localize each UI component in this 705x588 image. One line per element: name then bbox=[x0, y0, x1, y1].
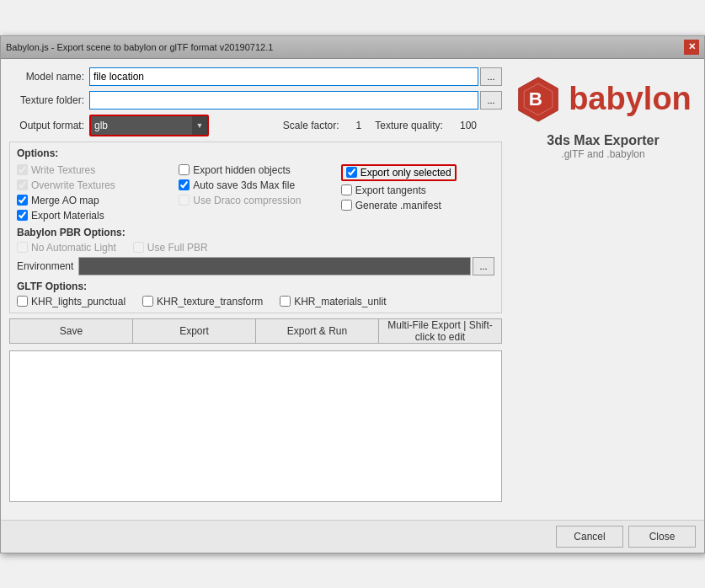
khr-materials-label: KHR_materials_unlit bbox=[294, 296, 386, 307]
auto-save-label: Auto save 3ds Max file bbox=[193, 179, 295, 191]
texture-folder-browse-button[interactable]: ... bbox=[480, 91, 502, 110]
export-hidden-label: Export hidden objects bbox=[193, 164, 290, 176]
merge-ao-label: Merge AO map bbox=[31, 195, 99, 206]
texture-folder-input[interactable] bbox=[89, 91, 478, 110]
no-auto-light-label: No Automatic Light bbox=[31, 242, 116, 254]
overwrite-textures-label: Overwrite Textures bbox=[31, 179, 115, 191]
main-content: Model name: ... Texture folder: ... Outp… bbox=[1, 59, 704, 520]
khr-texture-row: KHR_texture_transform bbox=[142, 296, 263, 307]
texture-quality-value: 100 bbox=[460, 120, 477, 131]
environment-browse-button[interactable]: ... bbox=[473, 257, 494, 275]
draco-label: Use Draco compression bbox=[193, 195, 301, 206]
auto-save-row: Auto save 3ds Max file bbox=[179, 179, 332, 191]
model-name-input[interactable] bbox=[89, 67, 478, 86]
use-full-pbr-row: Use Full PBR bbox=[133, 242, 208, 254]
babylon-pbr-section: Babylon PBR Options: No Automatic Light … bbox=[17, 227, 494, 254]
close-window-button[interactable]: ✕ bbox=[684, 40, 699, 55]
merge-ao-row: Merge AO map bbox=[17, 195, 170, 206]
export-hidden-row: Export hidden objects bbox=[179, 164, 332, 176]
svg-text:B: B bbox=[529, 88, 542, 110]
title-bar-text: Babylon.js - Export scene to babylon or … bbox=[6, 42, 273, 52]
right-panel: B babylon 3ds Max Exporter .glTF and .ba… bbox=[510, 67, 696, 511]
cancel-button[interactable]: Cancel bbox=[556, 526, 623, 548]
gltf-section: GLTF Options: KHR_lights_punctual KHR_te… bbox=[17, 281, 494, 307]
export-run-button[interactable]: Export & Run bbox=[256, 319, 379, 343]
texture-folder-label: Texture folder: bbox=[9, 94, 89, 106]
khr-lights-row: KHR_lights_punctual bbox=[17, 296, 126, 307]
no-auto-light-row: No Automatic Light bbox=[17, 242, 116, 254]
export-tangents-row: Export tangents bbox=[341, 184, 494, 196]
options-col-2: Export hidden objects Auto save 3ds Max … bbox=[179, 164, 332, 222]
khr-texture-checkbox[interactable] bbox=[142, 296, 153, 307]
export-only-selected-checkbox[interactable] bbox=[346, 167, 357, 178]
scale-factor-value: 1 bbox=[356, 120, 362, 131]
export-materials-checkbox[interactable] bbox=[17, 210, 28, 221]
export-only-selected-label: Export only selected bbox=[361, 167, 451, 179]
left-panel: Model name: ... Texture folder: ... Outp… bbox=[9, 67, 502, 511]
khr-texture-label: KHR_texture_transform bbox=[157, 296, 263, 307]
options-col-1: Write Textures Overwrite Textures Merge … bbox=[17, 164, 170, 222]
log-area[interactable] bbox=[9, 350, 502, 502]
generate-manifest-row: Generate .manifest bbox=[341, 200, 494, 211]
texture-folder-row: Texture folder: ... bbox=[9, 91, 502, 110]
options-section: Options: Write Textures Overwrite Textur… bbox=[9, 142, 502, 313]
close-button[interactable]: Close bbox=[628, 526, 696, 548]
overwrite-textures-row: Overwrite Textures bbox=[17, 179, 170, 191]
export-tangents-label: Export tangents bbox=[355, 184, 426, 196]
title-bar: Babylon.js - Export scene to babylon or … bbox=[1, 36, 704, 59]
draco-row: Use Draco compression bbox=[179, 195, 332, 206]
no-auto-light-checkbox[interactable] bbox=[17, 242, 28, 253]
auto-save-checkbox[interactable] bbox=[179, 179, 190, 190]
output-format-select[interactable]: glb gltf babylon bbox=[91, 116, 192, 135]
output-format-row: Output format: glb gltf babylon ▼ bbox=[9, 115, 209, 136]
gltf-row: KHR_lights_punctual KHR_texture_transfor… bbox=[17, 296, 494, 307]
footer: Cancel Close bbox=[1, 520, 704, 553]
scale-quality-area: Scale factor: 1 Texture quality: 100 bbox=[209, 120, 502, 131]
generate-manifest-label: Generate .manifest bbox=[355, 200, 441, 211]
options-grid: Write Textures Overwrite Textures Merge … bbox=[17, 164, 494, 222]
export-button[interactable]: Export bbox=[133, 319, 256, 343]
options-col-3: Export only selected Export tangents Gen… bbox=[341, 164, 494, 222]
select-arrow-icon: ▼ bbox=[192, 116, 207, 135]
khr-materials-row: KHR_materials_unlit bbox=[280, 296, 386, 307]
write-textures-checkbox[interactable] bbox=[17, 164, 28, 175]
output-format-wrapper: glb gltf babylon ▼ bbox=[89, 115, 209, 136]
multi-file-button[interactable]: Multi-File Export | Shift-click to edit bbox=[379, 319, 501, 343]
export-only-selected-wrapper: Export only selected bbox=[341, 164, 457, 181]
babylon-pbr-title: Babylon PBR Options: bbox=[17, 227, 494, 238]
use-full-pbr-label: Use Full PBR bbox=[147, 242, 208, 254]
write-textures-row: Write Textures bbox=[17, 164, 170, 176]
pbr-row: No Automatic Light Use Full PBR bbox=[17, 242, 494, 254]
environment-label: Environment bbox=[17, 260, 73, 272]
main-window: Babylon.js - Export scene to babylon or … bbox=[0, 35, 705, 553]
scale-factor-label: Scale factor: bbox=[283, 120, 339, 131]
logo-container: B babylon bbox=[515, 76, 692, 123]
export-hidden-checkbox[interactable] bbox=[179, 164, 190, 175]
babylon-logo-icon: B bbox=[515, 76, 562, 123]
options-title: Options: bbox=[17, 147, 494, 159]
write-textures-label: Write Textures bbox=[31, 164, 95, 176]
model-name-row: Model name: ... bbox=[9, 67, 502, 86]
use-full-pbr-checkbox[interactable] bbox=[133, 242, 144, 253]
khr-materials-checkbox[interactable] bbox=[280, 296, 291, 307]
gltf-title: GLTF Options: bbox=[17, 281, 494, 292]
draco-checkbox[interactable] bbox=[179, 195, 190, 206]
babylon-logo-text: babylon bbox=[569, 81, 692, 117]
merge-ao-checkbox[interactable] bbox=[17, 195, 28, 206]
export-materials-row: Export Materials bbox=[17, 210, 170, 222]
khr-lights-label: KHR_lights_punctual bbox=[31, 296, 126, 307]
export-materials-label: Export Materials bbox=[31, 210, 104, 222]
environment-input[interactable] bbox=[78, 257, 471, 275]
khr-lights-checkbox[interactable] bbox=[17, 296, 28, 307]
environment-row: Environment ... bbox=[17, 257, 494, 275]
save-button[interactable]: Save bbox=[10, 319, 133, 343]
exporter-subtitle: .glTF and .babylon bbox=[561, 148, 644, 160]
model-name-browse-button[interactable]: ... bbox=[480, 67, 502, 86]
texture-quality-label: Texture quality: bbox=[375, 120, 443, 131]
output-format-label: Output format: bbox=[9, 120, 89, 131]
export-tangents-checkbox[interactable] bbox=[341, 184, 352, 195]
overwrite-textures-checkbox[interactable] bbox=[17, 179, 28, 190]
exporter-title: 3ds Max Exporter bbox=[547, 133, 659, 148]
model-name-label: Model name: bbox=[9, 71, 89, 83]
generate-manifest-checkbox[interactable] bbox=[341, 200, 352, 211]
